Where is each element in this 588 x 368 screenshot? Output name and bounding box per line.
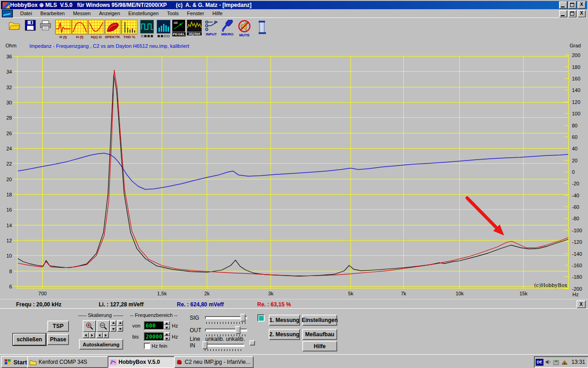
app-icon [2, 2, 10, 9]
task-irfanview[interactable]: C2 neu IMP.jpg - IrfanVie... [174, 356, 254, 368]
einstellungen-button[interactable]: Einstellungen [302, 315, 337, 326]
zoom-in-button[interactable] [83, 320, 96, 332]
freq-bis-spinner[interactable] [164, 332, 170, 340]
svg-text:0: 0 [572, 169, 575, 175]
menu-bearbeiten[interactable]: Bearbeiten [40, 11, 65, 16]
h-f-icon[interactable]: H (f) [72, 20, 88, 39]
h-z-icon[interactable]: H(z) Ω [88, 20, 104, 39]
h-t-icon[interactable]: H (t) [55, 20, 71, 39]
spektr-icon[interactable]: SPEKTR. [105, 20, 121, 39]
messung2-button[interactable]: 2. Messung [269, 329, 300, 340]
thd-label: THD % [121, 35, 137, 39]
title-bar[interactable]: HobbyBox ⊕ MLS V.5.0 für Windows 95/98/M… [1, 1, 587, 9]
mdi-close-button[interactable]: X [577, 10, 586, 17]
out-label: OUT [190, 327, 201, 334]
mikro-icon[interactable]: MIKRO [220, 20, 234, 36]
svg-text:32: 32 [6, 85, 12, 90]
close-button[interactable]: X [577, 1, 586, 9]
scale-spinner-right[interactable] [117, 320, 123, 332]
out-slider[interactable] [205, 326, 247, 334]
svg-text:60: 60 [572, 134, 577, 140]
messaufbau-button[interactable]: Meßaufbau [302, 329, 337, 340]
print-icon[interactable] [40, 20, 51, 31]
svg-text:10k: 10k [456, 291, 464, 296]
thd-icon[interactable]: THD % [121, 20, 137, 39]
menu-hilfe[interactable]: Hilfe [212, 11, 222, 16]
menu-fenster[interactable]: Fenster [187, 11, 204, 16]
taskbar-clock[interactable]: 13:31 [571, 359, 585, 365]
mdi-minimize-button[interactable] [559, 10, 567, 17]
zoom-out-button[interactable] [96, 320, 110, 332]
open-folder-icon[interactable] [8, 20, 21, 31]
mdi-child-icon[interactable] [2, 10, 13, 17]
impedance-chart: Ohm Impedanz - Frequenzgang , C2 vs am D… [0, 40, 588, 299]
status-left-level: Li. : 127,28 mVeff [99, 301, 143, 308]
mdi-restore-button[interactable] [568, 10, 577, 17]
start-button[interactable]: Start [1, 356, 30, 368]
menu-anzeigen[interactable]: Anzeigen [99, 11, 120, 16]
bit-depth-label: 16|24bit [187, 32, 202, 35]
restore-button[interactable] [568, 1, 577, 9]
autoskalierung-button[interactable]: Autoskalierung [79, 339, 123, 350]
svg-text:20: 20 [6, 177, 12, 182]
status-led [257, 314, 265, 322]
menu-einstellungen[interactable]: Einstellungen [128, 11, 158, 16]
sig-slider[interactable] [205, 314, 247, 321]
svg-text:-140: -140 [572, 251, 582, 257]
svg-text:3k: 3k [268, 291, 274, 296]
messung1-button[interactable]: 1. Messung [269, 315, 300, 326]
exit-icon[interactable] [256, 20, 268, 35]
von-hz-unit: Hz [172, 323, 178, 328]
task-kenford[interactable]: Kenford COMP 34S [27, 356, 111, 368]
minimize-button[interactable] [559, 1, 567, 9]
keyboard-layout-indicator[interactable]: DE [536, 359, 543, 366]
hz-fein-checkbox[interactable] [144, 343, 150, 349]
freq-von-spinner[interactable] [164, 321, 170, 329]
windows-logo-icon [4, 359, 11, 365]
task-hobbybox[interactable]: HobbyBox V.5.0 [107, 356, 177, 368]
svg-text:7k: 7k [401, 291, 407, 296]
scale-spinner-left[interactable] [110, 320, 116, 332]
pan-left-right-2[interactable] [96, 332, 109, 338]
menu-messen[interactable]: Messen [73, 11, 91, 16]
hobbybox-icon [110, 359, 117, 365]
input-icon[interactable]: INPUT [204, 20, 218, 36]
skalierung-group-label: ----- Skalierung ------ [78, 312, 123, 318]
frequenzbereich-group-label: -- Frequenzbereich -- [130, 312, 177, 318]
level-bars-icon[interactable] [157, 20, 170, 37]
statusbar-close-button[interactable]: X [577, 300, 586, 308]
tray-update-icon[interactable] [553, 359, 560, 365]
mikro-label: MIKRO [220, 32, 234, 36]
schliessen-button[interactable]: schließen [13, 334, 46, 345]
svg-text:34: 34 [6, 69, 12, 75]
bis-hz-unit: Hz [172, 334, 178, 339]
svg-text:100: 100 [572, 111, 580, 116]
bis-label: bis [132, 334, 139, 339]
bit-depth-icon[interactable]: 16|24bit [187, 20, 202, 35]
menu-datei[interactable]: Datei [20, 11, 32, 16]
pan-left-right-1[interactable] [83, 332, 95, 338]
svg-text:14: 14 [6, 223, 12, 228]
svg-text:dB: dB [174, 21, 178, 24]
irfanview-icon [176, 359, 183, 365]
menu-bar: Datei Bearbeiten Messen Anzeigen Einstel… [1, 9, 587, 17]
phase-button[interactable]: Phase [47, 334, 69, 345]
pegel-icon[interactable]: dB PEGEL [172, 20, 186, 36]
tsp-button[interactable]: TSP [47, 321, 69, 332]
line-in-aux-box[interactable] [249, 340, 255, 345]
volume-icon[interactable] [545, 359, 552, 365]
tray-graphics-icon[interactable] [561, 359, 568, 365]
svg-text:15k: 15k [520, 291, 528, 296]
save-icon[interactable]: ... [25, 20, 36, 31]
menu-tools[interactable]: Tools [167, 11, 179, 16]
svg-text:20: 20 [572, 158, 577, 163]
svg-text:-20: -20 [572, 181, 579, 186]
hz-fein-label: Hz fein [152, 343, 167, 349]
mute-icon[interactable]: MUTE [237, 20, 251, 37]
line-in-slider[interactable] [204, 341, 244, 349]
svg-text:28: 28 [6, 115, 12, 121]
left-axis-unit: Ohm [6, 43, 17, 48]
hilfe-button[interactable]: Hilfe [302, 341, 337, 351]
oscilloscope-icon[interactable] [140, 20, 154, 37]
folder-icon [29, 359, 37, 365]
